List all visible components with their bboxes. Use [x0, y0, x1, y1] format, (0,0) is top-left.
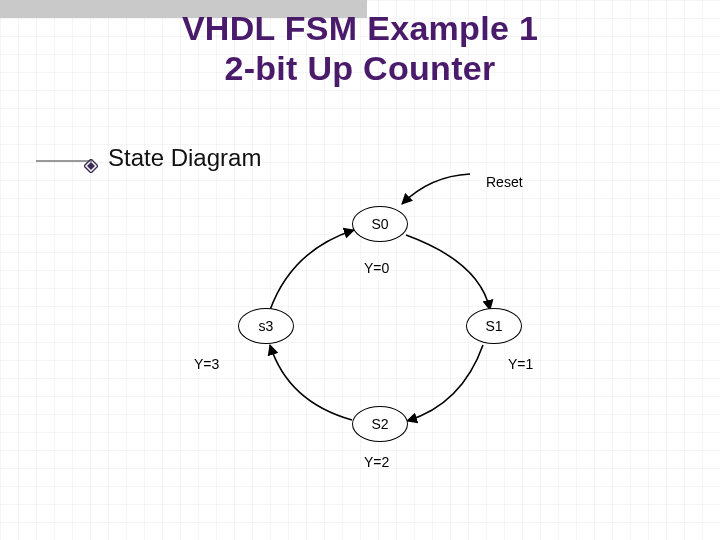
output-y2: Y=2 [364, 454, 389, 470]
output-y3: Y=3 [194, 356, 219, 372]
reset-label: Reset [486, 174, 523, 190]
reset-arrow [402, 174, 470, 204]
state-s1-label: S1 [485, 318, 502, 334]
state-s0-label: S0 [371, 216, 388, 232]
edge-s0-s1 [406, 235, 490, 310]
output-y1: Y=1 [508, 356, 533, 372]
output-y0: Y=0 [364, 260, 389, 276]
state-s2: S2 [352, 406, 408, 442]
state-s0: S0 [352, 206, 408, 242]
slide: VHDL FSM Example 1 2-bit Up Counter Stat… [0, 0, 720, 540]
title-line-1: VHDL FSM Example 1 [0, 8, 720, 48]
svg-marker-1 [87, 162, 95, 170]
edge-s2-s3 [270, 345, 352, 420]
edge-s1-s2 [407, 345, 483, 421]
edge-s3-s0 [270, 230, 354, 310]
bullet-item: State Diagram [84, 144, 261, 172]
fsm-state-diagram: S0 S1 S2 s3 Reset Y=0 Y=1 Y=2 Y=3 [200, 180, 560, 500]
title-line-2: 2-bit Up Counter [0, 48, 720, 88]
diamond-bullet-icon [84, 151, 98, 165]
bullet-label: State Diagram [108, 144, 261, 172]
state-s1: S1 [466, 308, 522, 344]
state-s3-label: s3 [259, 318, 274, 334]
state-s2-label: S2 [371, 416, 388, 432]
state-s3: s3 [238, 308, 294, 344]
slide-title: VHDL FSM Example 1 2-bit Up Counter [0, 8, 720, 88]
